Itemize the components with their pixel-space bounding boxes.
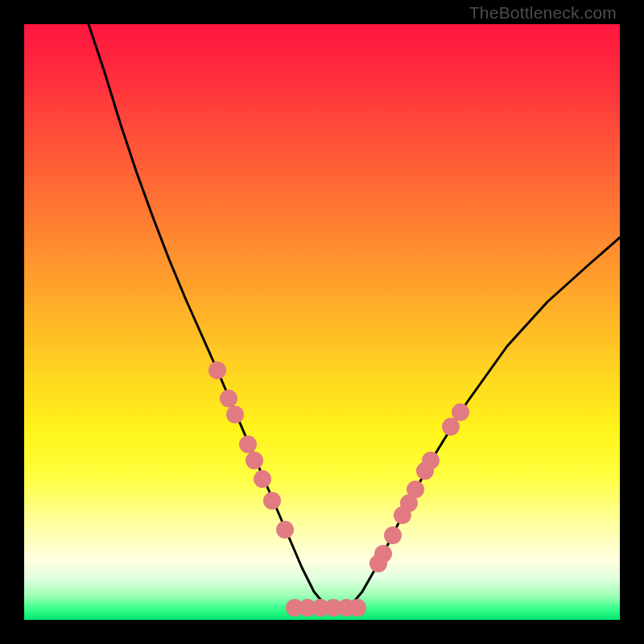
watermark: TheBottleneck.com bbox=[469, 3, 617, 23]
data-marker bbox=[226, 406, 244, 423]
data-marker bbox=[384, 526, 402, 544]
plot-area bbox=[24, 24, 620, 620]
data-marker bbox=[374, 545, 392, 563]
data-marker bbox=[239, 436, 257, 453]
data-marker bbox=[452, 403, 469, 421]
data-marker bbox=[254, 470, 271, 488]
data-marker bbox=[276, 521, 294, 539]
data-marker bbox=[407, 481, 424, 498]
data-marker bbox=[208, 361, 226, 379]
data-marker bbox=[246, 452, 263, 469]
data-marker bbox=[349, 599, 366, 617]
data-marker bbox=[263, 492, 281, 510]
bottleneck-curve bbox=[89, 24, 620, 608]
data-marker bbox=[220, 390, 237, 407]
data-marker bbox=[442, 418, 460, 436]
bottleneck-chart bbox=[24, 24, 620, 620]
data-marker bbox=[422, 452, 440, 469]
